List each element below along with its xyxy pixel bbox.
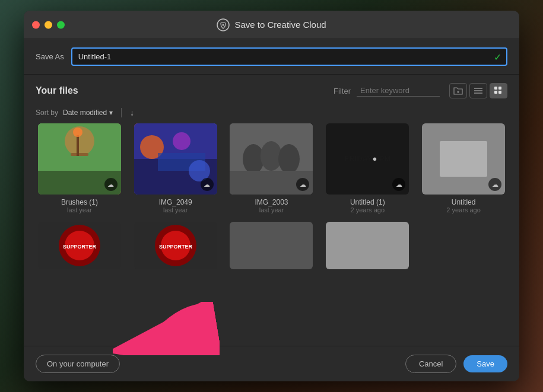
svg-rect-14 — [71, 153, 88, 156]
file-item[interactable] — [323, 222, 411, 269]
svg-point-20 — [173, 132, 190, 150]
list-view-button[interactable] — [469, 83, 487, 98]
svg-rect-7 — [494, 87, 497, 90]
grid-view-button[interactable] — [490, 83, 507, 98]
new-folder-button[interactable] — [449, 83, 467, 98]
file-date: last year — [163, 206, 188, 213]
traffic-lights — [32, 21, 65, 28]
save-button[interactable]: Save — [463, 355, 507, 372]
minimize-button[interactable] — [45, 21, 52, 28]
svg-text:SUPPORTER: SUPPORTER — [159, 244, 193, 250]
file-name: Brushes (1) — [36, 198, 123, 206]
files-grid: ☁ Brushes (1) last year — [36, 123, 507, 269]
save-as-label: Save As — [36, 52, 64, 61]
file-thumbnail: SUPPORTER — [134, 222, 217, 269]
svg-rect-8 — [498, 87, 501, 90]
file-thumbnail: ☁ — [134, 123, 217, 195]
files-header: Your files Filter — [24, 75, 519, 104]
file-name: IMG_2049 — [132, 198, 220, 206]
file-thumbnail — [230, 222, 313, 269]
save-as-input-wrap: ✓ — [71, 47, 507, 66]
svg-point-16 — [73, 128, 82, 137]
file-name: Untitled — [420, 198, 507, 206]
svg-rect-9 — [494, 91, 497, 94]
file-date: 2 years ago — [446, 206, 480, 213]
svg-point-26 — [278, 144, 300, 174]
svg-rect-10 — [498, 91, 501, 94]
sort-divider — [121, 108, 122, 117]
svg-point-1 — [223, 24, 224, 26]
filter-area: Filter — [334, 83, 507, 98]
file-thumbnail: ☁ — [230, 123, 313, 195]
file-name: IMG_2003 — [228, 198, 316, 206]
sort-select[interactable]: Date modified ▾ — [63, 109, 113, 117]
cc-logo-icon — [217, 18, 230, 31]
sort-chevron-icon: ▾ — [109, 109, 113, 117]
dialog-title: Save to Creative Cloud — [234, 20, 326, 30]
cancel-button[interactable]: Cancel — [405, 355, 456, 373]
file-item[interactable]: SUPPORTER — [132, 222, 220, 269]
sort-row: Sort by Date modified ▾ ↓ — [24, 104, 519, 123]
file-item[interactable]: ☁ IMG_2003 last year — [228, 123, 316, 213]
file-item[interactable]: ☁ Brushes (1) last year — [36, 123, 123, 213]
file-item[interactable]: ☁ IMG_2049 last year — [132, 123, 220, 213]
file-date: last year — [259, 206, 284, 213]
sort-value: Date modified — [63, 109, 107, 117]
file-thumbnail: ☁ — [38, 123, 121, 195]
file-thumbnail: SUPPORTER — [38, 222, 121, 269]
file-thumbnail: FRIDAY● PM ☁ — [326, 123, 409, 195]
inner-gray-box — [440, 141, 487, 177]
sort-by-label: Sort by — [36, 109, 58, 117]
cloud-badge: ☁ — [104, 178, 118, 191]
files-section: Your files Filter — [24, 75, 519, 346]
file-name: Untitled (1) — [323, 198, 411, 206]
file-date: last year — [67, 206, 92, 213]
sort-direction-button[interactable]: ↓ — [130, 108, 134, 117]
cloud-badge: ☁ — [488, 178, 501, 191]
close-button[interactable] — [32, 21, 40, 28]
save-as-input[interactable] — [71, 47, 507, 66]
checkmark-icon: ✓ — [494, 51, 501, 62]
filter-label: Filter — [334, 87, 351, 95]
on-computer-button[interactable]: On your computer — [36, 355, 120, 373]
bottom-bar: On your computer Cancel Save — [24, 346, 519, 381]
files-grid-wrap[interactable]: ☁ Brushes (1) last year — [24, 123, 519, 346]
save-as-row: Save As ✓ — [24, 39, 519, 75]
friday-text: FRIDAY● PM — [344, 154, 390, 164]
file-item[interactable]: ☁ Untitled 2 years ago — [420, 123, 507, 213]
title-content: Save to Creative Cloud — [217, 18, 326, 31]
title-bar: Save to Creative Cloud — [24, 11, 519, 39]
svg-text:SUPPORTER: SUPPORTER — [63, 244, 97, 250]
file-thumbnail: ☁ — [422, 123, 505, 195]
file-item[interactable]: FRIDAY● PM ☁ Untitled (1) 2 years ago — [323, 123, 411, 213]
files-title: Your files — [36, 85, 334, 96]
dialog-window: Save to Creative Cloud Save As ✓ Your fi… — [24, 11, 519, 381]
maximize-button[interactable] — [57, 21, 65, 28]
file-item[interactable]: SUPPORTER — [36, 222, 123, 269]
cloud-badge: ☁ — [201, 178, 214, 191]
file-date: 2 years ago — [351, 206, 385, 213]
cloud-badge: ☁ — [392, 178, 405, 191]
filter-input[interactable] — [357, 85, 440, 97]
view-icons — [449, 83, 507, 98]
file-item[interactable] — [228, 222, 316, 269]
svg-rect-15 — [77, 135, 79, 156]
file-thumbnail — [326, 222, 409, 269]
